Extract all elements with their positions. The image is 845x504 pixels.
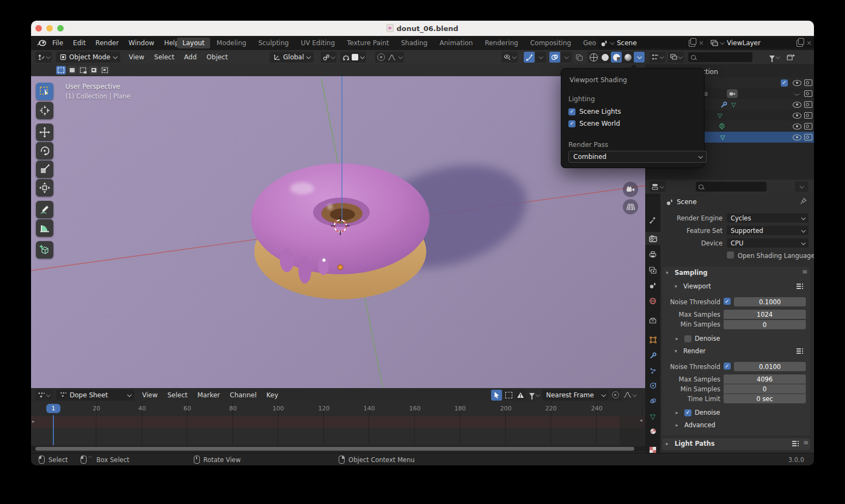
shading-rendered-button[interactable]	[622, 52, 633, 63]
tab-object[interactable]	[645, 333, 660, 346]
r-noise-threshold-checkbox[interactable]	[724, 362, 731, 370]
proportional-editing-button[interactable]	[610, 390, 621, 401]
tab-uv-editing[interactable]: UV Editing	[295, 38, 340, 48]
properties-options-button[interactable]	[795, 181, 808, 192]
tab-constraints[interactable]	[645, 394, 660, 407]
tweak-tool-button[interactable]	[491, 390, 502, 401]
toggle-orthographic-button[interactable]	[623, 199, 638, 214]
menu-file[interactable]: File	[52, 39, 63, 47]
select-mode-invert[interactable]	[89, 66, 99, 75]
r-max-samples-field[interactable]: 4096	[724, 374, 806, 384]
hide-icon[interactable]	[793, 102, 801, 108]
vp-max-samples-field[interactable]: 1024	[724, 310, 806, 319]
disable-render-icon[interactable]	[804, 101, 812, 108]
osl-checkbox[interactable]	[727, 251, 734, 259]
feature-set-dropdown[interactable]: Supported	[727, 226, 809, 235]
menu-window[interactable]: Window	[128, 39, 154, 47]
viewport-menu-add[interactable]: Add	[184, 53, 197, 61]
menu-render[interactable]: Render	[95, 39, 119, 47]
hidden-eye-icon[interactable]	[793, 91, 800, 95]
expand-channels-arrow[interactable]: ▸	[32, 419, 35, 424]
shading-options-dropdown[interactable]	[634, 52, 645, 63]
panel-options-icon[interactable]: ≡	[803, 439, 809, 446]
outliner-display-mode-button[interactable]	[668, 52, 684, 63]
light-paths-header[interactable]: ▸Light Paths	[666, 440, 715, 447]
r-noise-threshold-field[interactable]: 0.0100	[734, 362, 806, 371]
measure-tool[interactable]	[36, 219, 53, 237]
tab-scene[interactable]	[645, 279, 660, 292]
proportional-editing-group[interactable]	[375, 52, 404, 63]
transform-tool[interactable]	[36, 179, 53, 196]
select-mode-intersect[interactable]	[100, 66, 109, 75]
select-mode-extend[interactable]	[67, 66, 77, 75]
hide-icon[interactable]	[793, 113, 801, 119]
r-min-samples-field[interactable]: 0	[724, 384, 806, 394]
tab-texture[interactable]	[645, 444, 660, 453]
disable-render-icon[interactable]	[804, 79, 812, 86]
viewport-menu-select[interactable]: Select	[154, 53, 174, 61]
mode-selector[interactable]: Object Mode	[56, 52, 120, 63]
scale-tool[interactable]	[36, 161, 53, 178]
falloff-dropdown[interactable]	[622, 390, 638, 401]
viewport-canvas[interactable]: User Perspective (1) Collection | Plane	[31, 76, 645, 388]
viewport-menu-view[interactable]: View	[129, 53, 144, 61]
preset-list-icon[interactable]	[792, 441, 799, 446]
dopesheet-menu-view[interactable]: View	[142, 391, 157, 399]
hide-icon[interactable]	[793, 134, 801, 140]
new-view-layer-icon[interactable]	[797, 40, 803, 47]
scene-world-checkbox[interactable]	[568, 120, 575, 127]
tab-animation[interactable]: Animation	[434, 38, 478, 48]
sampling-panel-header[interactable]: ▾Sampling	[666, 269, 708, 276]
dopesheet-menu-key[interactable]: Key	[266, 391, 278, 399]
outliner-search-input[interactable]	[688, 52, 752, 62]
disable-render-icon[interactable]	[804, 90, 812, 97]
xray-toggle[interactable]	[574, 52, 585, 63]
shading-material-preview-button[interactable]	[611, 52, 622, 63]
camera-data-icon[interactable]	[727, 89, 738, 98]
tab-rendering[interactable]: Rendering	[479, 38, 523, 48]
tab-physics[interactable]	[645, 379, 660, 392]
properties-search-input[interactable]	[696, 182, 767, 192]
collapse-sidebar-arrow[interactable]: ◂	[640, 417, 642, 423]
tab-tool[interactable]	[645, 213, 660, 226]
timeline-ruler[interactable]: 20 40 60 80 100 120 140 160 180 200 220 …	[31, 402, 645, 416]
collection-exclude-checkbox[interactable]	[781, 79, 788, 87]
panel-options-icon[interactable]: ≡	[802, 268, 807, 275]
tab-collection-properties[interactable]	[645, 314, 660, 327]
select-mode-new[interactable]	[56, 66, 66, 75]
blender-logo-icon[interactable]	[36, 39, 47, 47]
vp-noise-threshold-checkbox[interactable]	[724, 298, 731, 305]
tab-modifiers[interactable]	[645, 349, 660, 362]
advanced-row[interactable]: ▸Advanced	[676, 421, 715, 429]
dopesheet-grid[interactable]	[31, 428, 620, 445]
box-select-tool-button[interactable]	[503, 390, 514, 401]
dopesheet-mode-selector[interactable]: Dope Sheet	[56, 390, 134, 401]
tab-shading[interactable]: Shading	[395, 38, 433, 48]
tab-compositing[interactable]: Compositing	[525, 38, 577, 48]
tab-geometry-nodes[interactable]: Geometry Nodes	[578, 38, 596, 48]
scene-lights-row[interactable]: Scene Lights	[568, 108, 621, 115]
viewport-menu-object[interactable]: Object	[206, 53, 228, 61]
hide-icon[interactable]	[793, 80, 801, 86]
vp-denoise-checkbox[interactable]	[684, 335, 691, 342]
overlays-dropdown[interactable]	[561, 52, 572, 63]
tab-render[interactable]	[645, 232, 660, 245]
outliner-editor-type-button[interactable]	[650, 52, 665, 63]
close-icon[interactable]: ×	[805, 39, 813, 47]
gizmos-toggle[interactable]	[524, 52, 535, 63]
timeline-scrollbar[interactable]	[35, 447, 634, 451]
tab-object-data[interactable]: ▽	[645, 410, 660, 423]
annotate-tool[interactable]	[36, 201, 53, 218]
scene-selector[interactable]: Scene ×	[598, 38, 707, 48]
add-cube-tool[interactable]	[36, 241, 53, 259]
preset-list-icon[interactable]	[797, 348, 803, 354]
render-pass-dropdown[interactable]: Combined	[568, 151, 707, 163]
r-denoise-row[interactable]: ▸ Denoise	[676, 409, 720, 416]
scene-lights-checkbox[interactable]	[568, 108, 575, 115]
properties-editor-type-button[interactable]	[650, 181, 665, 192]
select-mode-subtract[interactable]	[78, 66, 88, 75]
dopesheet-filter-button[interactable]	[527, 390, 541, 401]
disable-render-icon[interactable]	[804, 134, 812, 140]
preset-list-icon[interactable]	[797, 284, 803, 289]
object-origin[interactable]	[338, 265, 343, 270]
